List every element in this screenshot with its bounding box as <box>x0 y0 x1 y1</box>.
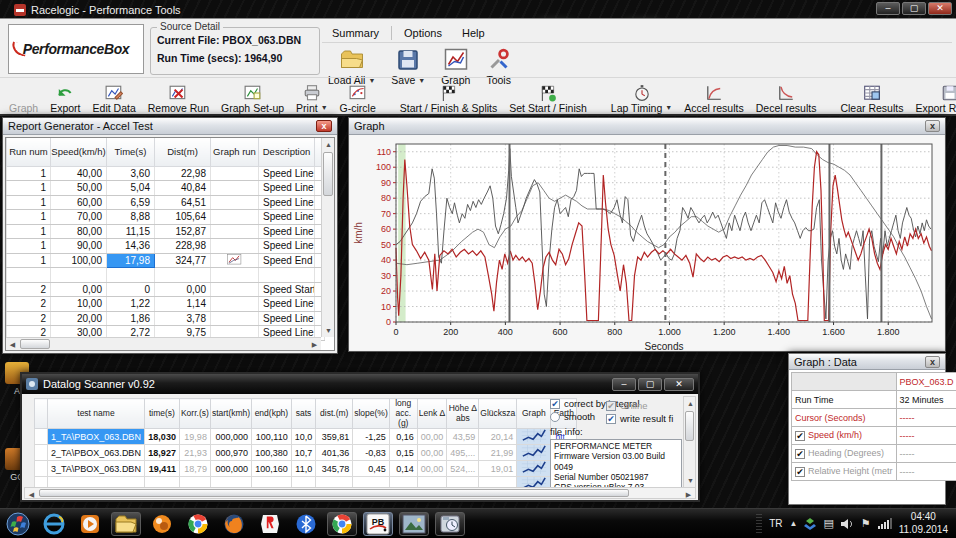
report-table-cell[interactable]: 2 <box>7 282 51 297</box>
report-table-cell[interactable] <box>211 195 259 210</box>
report-table-cell[interactable]: 22,98 <box>155 166 211 181</box>
taskbar-icon-photo-viewer[interactable] <box>399 512 429 536</box>
report-table-cell[interactable]: 0 <box>107 282 155 297</box>
row-selector[interactable] <box>35 429 48 445</box>
taskbar-icon-bluetooth[interactable] <box>291 512 321 536</box>
report-table-cell[interactable]: 1,86 <box>107 311 155 326</box>
clipboard-icon[interactable]: ▤ <box>823 517 833 530</box>
chevron-down-icon[interactable]: ▼ <box>321 104 328 111</box>
datalog-table-cell[interactable]: 18,927 <box>144 445 179 461</box>
datalog-table-cell[interactable]: 000,000 <box>210 429 251 445</box>
correct-by-integral-checkbox[interactable]: ✔ <box>550 399 560 409</box>
close-icon[interactable]: x <box>316 120 332 132</box>
taskbar-icon-chrome[interactable] <box>183 512 213 536</box>
tray-expand-icon[interactable]: ▲ <box>789 519 797 528</box>
minimize-button[interactable]: – <box>876 2 900 15</box>
report-table-row[interactable]: 1100,0017,98324,77Speed End <box>7 253 325 268</box>
maximize-button[interactable]: ▢ <box>638 378 662 391</box>
report-table-cell[interactable]: Speed Line <box>259 166 315 181</box>
report-table-cell[interactable]: 100,00 <box>51 253 107 268</box>
remove-run-button[interactable]: Remove Run <box>143 80 214 116</box>
report-table-cell[interactable]: 70,00 <box>51 210 107 225</box>
datalog-table-cell[interactable]: 100,160 <box>252 461 292 477</box>
datalog-column-header[interactable]: Korr.(s) <box>179 399 210 429</box>
datalog-column-header[interactable]: Graph <box>517 399 551 429</box>
datalog-table-cell[interactable]: -0,83 <box>353 445 390 461</box>
report-table-row[interactable]: 160,006,5964,51Speed Line <box>7 195 325 210</box>
report-table-cell[interactable]: 0,00 <box>51 282 107 297</box>
scroll-left-icon[interactable]: ◀ <box>6 338 19 351</box>
report-table-cell[interactable]: 17,98 <box>107 253 155 268</box>
datalog-column-header[interactable]: slope(%) <box>353 399 390 429</box>
datalog-column-header[interactable]: start(kmh) <box>210 399 251 429</box>
report-table-cell[interactable]: 8,88 <box>107 210 155 225</box>
datalog-table-cell[interactable]: 00,00 <box>417 445 447 461</box>
datalog-column-header[interactable]: sats <box>291 399 316 429</box>
report-table-cell[interactable]: 10,00 <box>51 297 107 312</box>
language-indicator[interactable]: TR <box>769 518 782 529</box>
report-column-header[interactable]: Time(s) <box>107 138 155 166</box>
datalog-table-cell[interactable]: 100,380 <box>252 445 292 461</box>
row-selector[interactable] <box>35 461 48 477</box>
report-table-cell[interactable]: 3,78 <box>155 311 211 326</box>
lap-timing-button[interactable]: Lap Timing ▼ <box>606 80 677 116</box>
scrollbar-thumb[interactable] <box>39 489 629 497</box>
scroll-right-icon[interactable]: ▶ <box>308 338 321 351</box>
report-table-row[interactable] <box>7 268 325 283</box>
report-table-cell[interactable] <box>211 297 259 312</box>
datalog-table-cell[interactable]: 524,... <box>447 461 479 477</box>
report-table-cell[interactable]: 50,00 <box>51 181 107 196</box>
decel-results-button[interactable]: Decel results <box>751 80 822 116</box>
report-table-cell[interactable]: 5,04 <box>107 181 155 196</box>
taskbar-icon-chrome-window[interactable] <box>327 512 357 536</box>
datalog-table-cell[interactable]: 00,00 <box>417 429 447 445</box>
report-table-cell[interactable]: 152,87 <box>155 224 211 239</box>
report-table-cell[interactable]: 2 <box>7 297 51 312</box>
report-table-cell[interactable] <box>51 268 107 283</box>
report-table-cell[interactable] <box>211 224 259 239</box>
report-table-cell[interactable]: 40,84 <box>155 181 211 196</box>
graph-data-label-cell[interactable]: Cursor (Seconds) <box>792 409 897 427</box>
graph-data-row[interactable]: Run Time32 Minutes <box>792 391 956 409</box>
datalog-table-row[interactable]: 2_TA\PBOX_063.DBN18,92721,93000,970100,3… <box>35 445 577 461</box>
report-table-row[interactable]: 150,005,0440,84Speed Line <box>7 181 325 196</box>
report-table-cell[interactable]: 228,98 <box>155 239 211 254</box>
report-column-header[interactable]: Run num <box>7 138 51 166</box>
report-table-cell[interactable]: Speed Line <box>259 210 315 225</box>
taskbar-icon-internet-explorer[interactable] <box>39 512 69 536</box>
report-table-cell[interactable] <box>211 210 259 225</box>
report-table-cell[interactable]: 90,00 <box>51 239 107 254</box>
report-horizontal-scrollbar[interactable]: ◀ ▶ <box>6 337 321 350</box>
report-table-cell[interactable]: Speed Line <box>259 239 315 254</box>
report-table-cell[interactable]: Speed Line <box>259 297 315 312</box>
datalog-table-cell[interactable]: 21,93 <box>179 445 210 461</box>
datalog-horizontal-scrollbar[interactable]: ◀ ▶ <box>24 487 696 499</box>
datalog-table-cell[interactable]: 000,970 <box>210 445 251 461</box>
taskbar-icon-start-button[interactable] <box>3 512 33 536</box>
start-finish-splits-button[interactable]: Start / Finish & Splits <box>395 80 502 116</box>
action-center-flag-icon[interactable]: ⚑ <box>861 517 871 530</box>
datalog-column-header[interactable]: Höhe Δ abs <box>447 399 479 429</box>
report-table-cell[interactable]: 105,64 <box>155 210 211 225</box>
datalog-table-cell[interactable]: 100,110 <box>252 429 292 445</box>
graph-data-label-cell[interactable]: ✔Speed (km/h) <box>792 427 897 445</box>
close-icon[interactable]: x <box>925 356 940 368</box>
menu-item-options[interactable]: Options <box>394 25 452 41</box>
datalog-table-cell[interactable]: 18,030 <box>144 429 179 445</box>
report-table-cell[interactable]: 40,00 <box>51 166 107 181</box>
report-table-row[interactable]: 190,0014,36228,98Speed Line <box>7 239 325 254</box>
report-table-cell[interactable]: Speed Start <box>259 282 315 297</box>
datalog-table-cell[interactable]: 43,59 <box>447 429 479 445</box>
report-column-header[interactable]: Description <box>259 138 315 166</box>
graph-data-row[interactable]: ✔Heading (Degrees)----- <box>792 445 956 463</box>
clear-results-button[interactable]: Clear Results <box>835 80 908 116</box>
datalog-titlebar[interactable]: Datalog Scanner v0.92 – ▢ ✕ <box>22 374 698 394</box>
datalog-table-cell[interactable]: 0,14 <box>389 461 417 477</box>
datalog-table-cell[interactable]: 10,7 <box>291 445 316 461</box>
datalog-table-cell[interactable]: 345,78 <box>316 461 353 477</box>
report-table-cell[interactable]: 14,36 <box>107 239 155 254</box>
datalog-table-cell[interactable]: 1_TA\PBOX_063.DBN <box>48 429 145 445</box>
datalog-table-cell[interactable]: 19,98 <box>179 429 210 445</box>
datalog-table-cell[interactable]: 21,99 <box>479 445 517 461</box>
datalog-vertical-scrollbar[interactable]: ▲ ▼ <box>683 396 696 488</box>
